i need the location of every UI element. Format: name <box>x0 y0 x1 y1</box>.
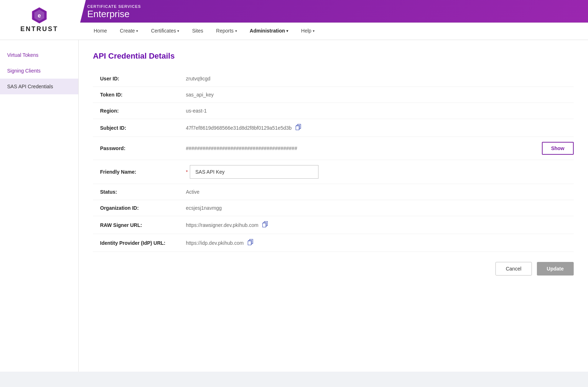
value-subject-id: 47f7ef8619d968566e31d8d2f8bf0129a51e5d3b… <box>186 124 574 132</box>
label-subject-id: Subject ID: <box>93 125 186 131</box>
nav-bar: Home Create ▾ Certificates ▾ Sites Repor… <box>79 23 588 40</box>
chevron-down-icon: ▾ <box>313 29 315 33</box>
label-user-id: User ID: <box>93 76 186 81</box>
logo-section: e ENTRUST <box>0 0 79 40</box>
field-status: Status: Active <box>93 184 574 200</box>
value-idp-url: https://idp.dev.pkihub.com 🗍 <box>186 239 574 247</box>
field-organization-id: Organization ID: ecsjesj1navmgg <box>93 200 574 216</box>
field-token-id: Token ID: sas_api_key <box>93 87 574 103</box>
label-token-id: Token ID: <box>93 92 186 98</box>
header: e ENTRUST CERTIFICATE SERVICES Enterpris… <box>0 0 588 40</box>
field-user-id: User ID: zrutvq9cgd <box>93 71 574 87</box>
chevron-down-icon: ▾ <box>136 29 138 33</box>
sidebar: Virtual Tokens Signing Clients SAS API C… <box>0 40 79 372</box>
nav-item-certificates[interactable]: Certificates ▾ <box>144 23 186 40</box>
field-subject-id: Subject ID: 47f7ef8619d968566e31d8d2f8bf… <box>93 119 574 137</box>
svg-text:e: e <box>38 13 41 19</box>
chevron-down-icon: ▾ <box>286 29 288 33</box>
nav-item-reports[interactable]: Reports ▾ <box>210 23 243 40</box>
label-idp-url: Identity Provider (IdP) URL: <box>93 240 186 246</box>
value-password: ########################################… <box>186 142 574 155</box>
nav-item-create[interactable]: Create ▾ <box>113 23 144 40</box>
content-area: API Credential Details User ID: zrutvq9c… <box>79 40 588 372</box>
value-organization-id: ecsjesj1navmgg <box>186 205 574 211</box>
nav-item-home[interactable]: Home <box>87 23 113 40</box>
value-status: Active <box>186 189 574 195</box>
label-region: Region: <box>93 108 186 114</box>
service-title: Enterprise <box>87 9 579 20</box>
chevron-down-icon: ▾ <box>177 29 179 33</box>
form-actions: Cancel Update <box>93 252 574 279</box>
copy-idp-url-icon[interactable]: 🗍 <box>247 239 254 247</box>
logo-area: e ENTRUST <box>20 7 58 33</box>
service-label: CERTIFICATE SERVICES <box>87 4 579 9</box>
label-organization-id: Organization ID: <box>93 205 186 211</box>
value-user-id: zrutvq9cgd <box>186 76 574 81</box>
field-password: Password: ##############################… <box>93 137 574 160</box>
copy-subject-id-icon[interactable]: 🗍 <box>295 124 302 132</box>
value-token-id: sas_api_key <box>186 92 574 98</box>
logo-text: ENTRUST <box>20 25 58 33</box>
label-password: Password: <box>93 145 186 151</box>
field-idp-url: Identity Provider (IdP) URL: https://idp… <box>93 234 574 252</box>
page-title: API Credential Details <box>93 51 574 61</box>
nav-item-administration[interactable]: Administration ▾ <box>243 23 295 40</box>
required-star: * <box>186 169 188 175</box>
update-button[interactable]: Update <box>537 262 574 276</box>
sidebar-item-signing-clients[interactable]: Signing Clients <box>0 63 78 79</box>
copy-raw-signer-url-icon[interactable]: 🗍 <box>262 221 268 229</box>
value-friendly-name: * <box>186 165 574 179</box>
show-password-button[interactable]: Show <box>542 142 574 155</box>
header-top: CERTIFICATE SERVICES Enterprise <box>79 0 588 23</box>
field-friendly-name: Friendly Name: * <box>93 160 574 184</box>
field-raw-signer-url: RAW Signer URL: https://rawsigner.dev.pk… <box>93 216 574 234</box>
entrust-logo-icon: e <box>31 7 48 24</box>
nav-item-sites[interactable]: Sites <box>186 23 209 40</box>
sidebar-item-virtual-tokens[interactable]: Virtual Tokens <box>0 47 78 63</box>
label-status: Status: <box>93 189 186 195</box>
friendly-name-row: * <box>186 165 318 179</box>
field-region: Region: us-east-1 <box>93 103 574 119</box>
password-masked: ######################################## <box>186 145 538 151</box>
main-layout: Virtual Tokens Signing Clients SAS API C… <box>0 40 588 372</box>
value-raw-signer-url: https://rawsigner.dev.pkihub.com 🗍 <box>186 221 574 229</box>
chevron-down-icon: ▾ <box>235 29 237 33</box>
sidebar-item-sas-api-credentials[interactable]: SAS API Credentials <box>0 79 78 94</box>
label-raw-signer-url: RAW Signer URL: <box>93 222 186 228</box>
cancel-button[interactable]: Cancel <box>495 262 532 276</box>
label-friendly-name: Friendly Name: <box>93 169 186 175</box>
friendly-name-input[interactable] <box>190 165 318 179</box>
value-region: us-east-1 <box>186 108 574 114</box>
header-right: CERTIFICATE SERVICES Enterprise Home Cre… <box>79 0 588 40</box>
nav-item-help[interactable]: Help ▾ <box>295 23 321 40</box>
